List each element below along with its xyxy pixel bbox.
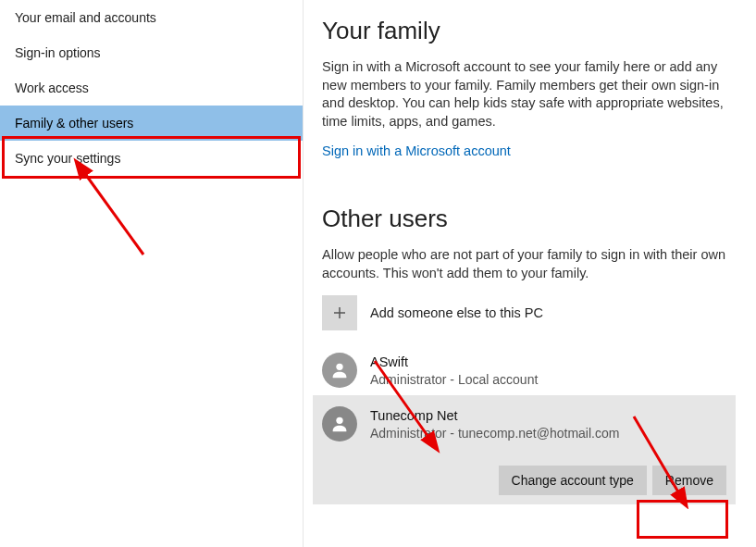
sign-in-microsoft-link[interactable]: Sign in with a Microsoft account xyxy=(322,143,511,158)
avatar-icon xyxy=(322,406,357,441)
user-subtitle: Administrator - tunecomp.net@hotmail.com xyxy=(370,425,619,441)
user-row[interactable]: ASwift Administrator - Local account xyxy=(322,345,732,395)
settings-sidebar: Your email and accounts Sign-in options … xyxy=(0,0,304,547)
user-action-buttons: Change account type Remove xyxy=(322,466,726,495)
sidebar-item-work-access[interactable]: Work access xyxy=(0,70,303,106)
add-user-label: Add someone else to this PC xyxy=(370,305,543,320)
plus-icon xyxy=(322,295,357,330)
sidebar-item-signin-options[interactable]: Sign-in options xyxy=(0,35,303,70)
user-row[interactable]: Tunecomp Net Administrator - tunecomp.ne… xyxy=(322,403,726,445)
svg-point-0 xyxy=(336,364,342,370)
sidebar-item-email-accounts[interactable]: Your email and accounts xyxy=(0,0,303,35)
user-name: ASwift xyxy=(370,354,538,371)
your-family-heading: Your family xyxy=(322,17,732,45)
other-users-description: Allow people who are not part of your fa… xyxy=(322,246,729,282)
other-users-heading: Other users xyxy=(322,205,732,233)
user-name: Tunecomp Net xyxy=(370,407,619,425)
remove-user-button[interactable]: Remove xyxy=(652,466,726,495)
svg-point-1 xyxy=(336,417,342,424)
your-family-description: Sign in with a Microsoft account to see … xyxy=(322,58,729,131)
sidebar-item-sync-settings[interactable]: Sync your settings xyxy=(0,141,303,176)
main-content: Your family Sign in with a Microsoft acc… xyxy=(304,0,756,547)
user-info: ASwift Administrator - Local account xyxy=(370,354,538,388)
sidebar-item-family-other-users[interactable]: Family & other users xyxy=(0,106,303,141)
avatar-icon xyxy=(322,353,357,388)
user-subtitle: Administrator - Local account xyxy=(370,371,538,388)
change-account-type-button[interactable]: Change account type xyxy=(499,466,647,495)
add-user-button[interactable]: Add someone else to this PC xyxy=(322,295,732,330)
selected-user-block: Tunecomp Net Administrator - tunecomp.ne… xyxy=(313,395,736,504)
user-info: Tunecomp Net Administrator - tunecomp.ne… xyxy=(370,407,619,441)
